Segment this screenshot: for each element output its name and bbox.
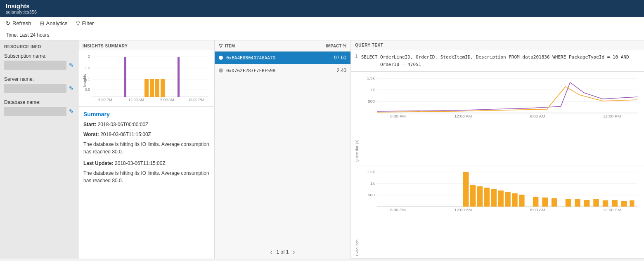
database-input[interactable] <box>4 107 66 116</box>
database-label: Database name: <box>4 99 74 105</box>
items-pagination: ‹ 1 of 1 › <box>215 245 350 259</box>
svg-rect-47 <box>533 197 539 207</box>
execution-chart-panel: Execution 1.5k 1k 500 <box>351 165 644 259</box>
execution-chart-svg: 1.5k 1k 500 <box>361 168 640 213</box>
svg-rect-41 <box>484 188 490 207</box>
svg-rect-56 <box>621 201 627 207</box>
subscription-edit-icon[interactable]: ✎ <box>69 62 74 68</box>
svg-text:12:00 PM: 12:00 PM <box>603 207 621 212</box>
svg-rect-12 <box>150 79 154 97</box>
summary-last-update: Last Update: 2018-03-06T11:15:00Z <box>83 160 209 167</box>
svg-text:6:00 AM: 6:00 AM <box>530 114 545 118</box>
item-dot <box>219 56 223 60</box>
insights-bar-chart: 2 1.5 1 0.5 Insights <box>83 54 210 103</box>
svg-rect-11 <box>144 79 149 97</box>
svg-rect-55 <box>612 200 618 207</box>
server-field: Server name: ✎ <box>4 76 74 93</box>
svg-text:1k: 1k <box>370 181 375 185</box>
server-label: Server name: <box>4 76 74 82</box>
subscription-input[interactable] <box>4 61 66 70</box>
svg-text:0.5: 0.5 <box>85 87 90 92</box>
svg-rect-50 <box>566 199 571 207</box>
svg-text:1k: 1k <box>370 88 375 92</box>
svg-rect-48 <box>542 198 548 207</box>
query-code: SELECT OrderLineID, OrderID, StockItemID… <box>361 54 640 68</box>
svg-text:12:00 PM: 12:00 PM <box>188 98 204 102</box>
database-edit-icon[interactable]: ✎ <box>69 108 74 115</box>
insights-chart-svg: 2 1.5 1 0.5 Insights <box>83 54 211 103</box>
insights-chart-area: 2 1.5 1 0.5 Insights <box>78 50 214 107</box>
charts-bottom: Query dur. (s) 1.5k 1k 500 <box>351 72 644 259</box>
app-subtitle: sqlanalytics356 <box>6 9 638 14</box>
svg-text:1.5k: 1.5k <box>367 76 375 80</box>
execution-chart-canvas: 1.5k 1k 500 <box>361 168 640 256</box>
svg-rect-15 <box>178 57 180 97</box>
app-header: Insights sqlanalytics356 <box>0 0 644 17</box>
summary-desc2: The database is hitting its IO limits. A… <box>83 169 209 184</box>
svg-rect-45 <box>512 193 518 207</box>
col-item-label: ITEM <box>225 44 315 48</box>
next-page-button[interactable]: › <box>293 249 295 255</box>
svg-text:500: 500 <box>368 193 375 197</box>
svg-text:6:00 AM: 6:00 AM <box>160 98 174 102</box>
svg-text:1.5k: 1.5k <box>367 169 375 174</box>
svg-rect-10 <box>124 57 126 97</box>
svg-text:12:00 AM: 12:00 AM <box>454 207 472 212</box>
execution-y-label: Execution <box>355 168 359 256</box>
analytics-icon: ⊞ <box>40 20 44 26</box>
item-name: 0xBA4B0B040746AA7D <box>226 55 317 61</box>
svg-rect-43 <box>498 190 504 207</box>
query-text-header: QUERY TEXT <box>351 40 644 50</box>
database-field: Database name: ✎ <box>4 99 74 116</box>
server-input[interactable] <box>4 84 66 93</box>
filter-icon-items: ▽ <box>219 43 223 49</box>
svg-rect-53 <box>593 199 599 207</box>
svg-rect-52 <box>584 200 590 207</box>
query-body: 1 SELECT OrderLineID, OrderID, StockItem… <box>351 50 644 71</box>
item-name: 0xD762F283F7FBF59B <box>226 68 317 73</box>
analytics-button[interactable]: ⊞ Analytics <box>40 20 68 26</box>
item-row[interactable]: 0xD762F283F7FBF59B 2.40 <box>215 64 350 77</box>
time-bar: Time: Last 24 hours <box>0 30 644 40</box>
filter-button[interactable]: ▽ Filter <box>76 20 94 26</box>
duration-chart-canvas: 1.5k 1k 500 6:00 PM 12:00 AM 6:00 AM 1 <box>361 74 640 162</box>
svg-rect-42 <box>491 189 497 207</box>
svg-rect-57 <box>630 200 634 207</box>
toolbar: ↻ Refresh ⊞ Analytics ▽ Filter <box>0 17 644 30</box>
svg-text:500: 500 <box>368 99 375 103</box>
svg-rect-54 <box>603 200 608 207</box>
items-list: 0xBA4B0B040746AA7D 97.60 0xD762F283F7FBF… <box>215 52 350 245</box>
duration-y-label: Query dur. (s) <box>355 74 359 162</box>
svg-text:12:00 AM: 12:00 AM <box>454 114 472 118</box>
item-dot <box>219 68 223 73</box>
summary-start: Start: 2018-03-06T00:00:00Z <box>83 121 209 128</box>
svg-rect-40 <box>477 186 483 207</box>
summary-desc1: The database is hitting its IO limits. A… <box>83 141 209 155</box>
right-panel: QUERY TEXT 1 SELECT OrderLineID, OrderID… <box>351 40 644 259</box>
svg-text:Insights: Insights <box>83 74 87 87</box>
duration-chart-svg: 1.5k 1k 500 6:00 PM 12:00 AM 6:00 AM 1 <box>361 74 640 120</box>
query-text-panel: QUERY TEXT 1 SELECT OrderLineID, OrderID… <box>351 40 644 72</box>
svg-rect-44 <box>505 192 511 207</box>
resource-info-panel: RESOURCE INFO Subscription name: ✎ Serve… <box>0 40 78 259</box>
insights-summary-header: INSIGHTS SUMMARY <box>78 40 214 50</box>
refresh-icon: ↻ <box>6 20 10 26</box>
item-row[interactable]: 0xBA4B0B040746AA7D 97.60 <box>215 52 350 64</box>
query-line-num: 1 <box>355 54 358 68</box>
summary-worst: Worst: 2018-03-06T11:15:00Z <box>83 131 209 138</box>
svg-rect-39 <box>470 185 476 207</box>
refresh-button[interactable]: ↻ Refresh <box>6 20 31 26</box>
summary-section: Summary Start: 2018-03-06T00:00:00Z Wors… <box>78 107 214 259</box>
svg-text:1: 1 <box>88 77 90 81</box>
svg-rect-46 <box>519 195 525 207</box>
summary-title: Summary <box>83 111 209 118</box>
item-impact: 2.40 <box>317 68 346 73</box>
svg-text:6:00 PM: 6:00 PM <box>98 98 112 102</box>
server-edit-icon[interactable]: ✎ <box>69 85 74 92</box>
main-layout: RESOURCE INFO Subscription name: ✎ Serve… <box>0 40 644 259</box>
col-impact-label: IMPACT % <box>317 44 346 48</box>
prev-page-button[interactable]: ‹ <box>270 249 272 255</box>
svg-text:6:00 AM: 6:00 AM <box>530 207 545 212</box>
filter-icon: ▽ <box>76 20 80 26</box>
svg-rect-14 <box>161 79 165 97</box>
